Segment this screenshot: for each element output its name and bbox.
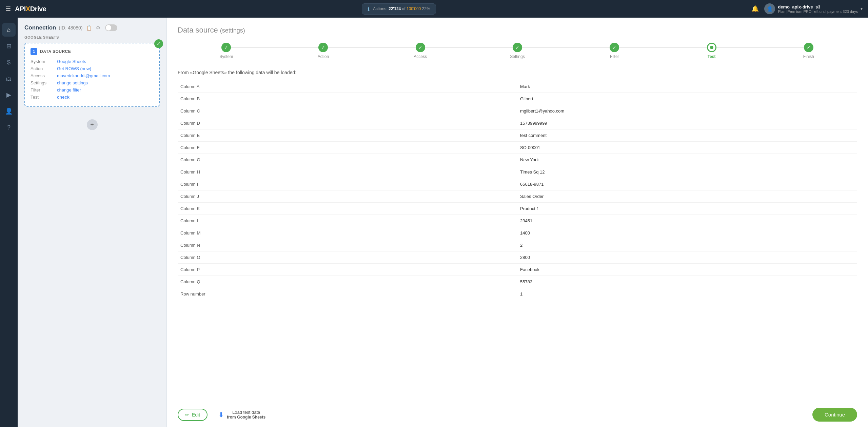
- table-cell-value: 55783: [517, 276, 857, 288]
- sidebar-item-help[interactable]: ?: [2, 121, 16, 134]
- table-row: Column N 2: [178, 239, 857, 251]
- table-cell-value: New York: [517, 154, 857, 166]
- add-connection-button[interactable]: +: [87, 119, 98, 130]
- data-source-text: From «Google Sheets» the following data …: [178, 70, 296, 75]
- sidebar-item-profile[interactable]: 👤: [2, 104, 16, 118]
- card-row-value[interactable]: change filter: [57, 87, 81, 93]
- page-title-settings: (settings): [220, 27, 245, 34]
- info-icon: ℹ: [368, 6, 370, 12]
- table-cell-column: Column E: [178, 129, 517, 142]
- step-action[interactable]: ✓Action: [275, 43, 372, 59]
- table-row: Column H Times Sq 12: [178, 166, 857, 178]
- step-label: Finish: [803, 54, 814, 59]
- step-label: Access: [414, 54, 427, 59]
- actions-total: 100'000: [407, 6, 421, 11]
- step-finish[interactable]: ✓Finish: [760, 43, 857, 59]
- left-panel: Connection (ID: 48080) 📋 ⚙ GOOGLE SHEETS…: [18, 18, 167, 427]
- load-sub: from Google Sheets: [227, 415, 265, 420]
- step-settings[interactable]: ✓Settings: [469, 43, 566, 59]
- user-info[interactable]: 👤 demo_apix-drive_s3 Plan |Premium PRO| …: [764, 3, 863, 14]
- card-row-value[interactable]: Google Sheets: [57, 59, 86, 64]
- card-title: DATA SOURCE: [40, 49, 71, 54]
- data-source-card: ✓ 1 DATA SOURCE System Google SheetsActi…: [24, 43, 160, 107]
- settings-icon[interactable]: ⚙: [95, 24, 101, 31]
- table-cell-column: Column L: [178, 215, 517, 227]
- actions-used: 22'124: [389, 6, 401, 11]
- table-row: Column E test comment: [178, 129, 857, 142]
- card-row: Action Get ROWS (new): [31, 66, 154, 71]
- step-circle-done: ✓: [416, 43, 425, 52]
- card-row: Access maverickandrii@gmail.com: [31, 73, 154, 78]
- step-circle-done: ✓: [513, 43, 522, 52]
- sidebar-item-tutorials[interactable]: ▶: [2, 88, 16, 102]
- actions-of: of: [402, 6, 407, 11]
- table-cell-value: 15739999999: [517, 117, 857, 129]
- table-row: Column D 15739999999: [178, 117, 857, 129]
- table-row: Column K Product 1: [178, 203, 857, 215]
- card-row: Filter change filter: [31, 87, 154, 93]
- step-label: System: [219, 54, 233, 59]
- step-label: Test: [708, 54, 716, 59]
- bell-icon[interactable]: 🔔: [751, 5, 759, 13]
- actions-pct: 22%: [422, 6, 430, 11]
- table-cell-value: Product 1: [517, 203, 857, 215]
- copy-icon[interactable]: 📋: [85, 24, 93, 31]
- table-row: Column C mgilbert1@yahoo.com: [178, 105, 857, 117]
- step-circle-done: ✓: [804, 43, 813, 52]
- step-circle-done: ✓: [610, 43, 619, 52]
- card-row-value[interactable]: change settings: [57, 80, 88, 85]
- sidebar-item-billing[interactable]: $: [2, 56, 16, 69]
- actions-text: Actions: 22'124 of 100'000 22%: [373, 6, 430, 11]
- sidebar-item-home[interactable]: ⌂: [2, 23, 16, 37]
- table-cell-value: 1400: [517, 227, 857, 239]
- step-system[interactable]: ✓System: [178, 43, 275, 59]
- card-number: 1: [31, 48, 37, 55]
- stepper: ✓System✓Action✓Access✓Settings✓FilterTes…: [178, 43, 857, 59]
- card-check-icon: ✓: [154, 39, 163, 48]
- right-panel-wrapper: Data source (settings) ✓System✓Action✓Ac…: [167, 18, 868, 427]
- table-row: Column M 1400: [178, 227, 857, 239]
- step-circle-done: ✓: [318, 43, 328, 52]
- connection-id: (ID: 48080): [59, 25, 83, 30]
- bottom-bar: ✏ Edit ⬇ Load test data from Google Shee…: [167, 402, 868, 427]
- card-row-value[interactable]: maverickandrii@gmail.com: [57, 73, 110, 78]
- card-row-value[interactable]: check: [57, 95, 70, 100]
- load-test-data-button[interactable]: ⬇ Load test data from Google Sheets: [218, 410, 265, 420]
- table-row: Column I 65618-9871: [178, 178, 857, 190]
- table-cell-value: 65618-9871: [517, 178, 857, 190]
- card-row-value[interactable]: Get ROWS (new): [57, 66, 91, 71]
- step-filter[interactable]: ✓Filter: [566, 43, 663, 59]
- sidebar-item-connections[interactable]: ⊞: [2, 39, 16, 53]
- step-circle-active: [707, 43, 716, 52]
- step-access[interactable]: ✓Access: [372, 43, 469, 59]
- sidebar: ⌂ ⊞ $ 🗂 ▶ 👤 ?: [0, 18, 18, 427]
- table-row: Column B Gilbert: [178, 93, 857, 105]
- user-name: demo_apix-drive_s3: [778, 4, 858, 9]
- table-cell-value: Sales Order: [517, 190, 857, 203]
- table-row: Column P Facebook: [178, 264, 857, 276]
- step-test[interactable]: Test: [663, 43, 760, 59]
- table-cell-value: Times Sq 12: [517, 166, 857, 178]
- connection-toggle[interactable]: [105, 24, 117, 31]
- table-row: Column F SO-00001: [178, 142, 857, 154]
- card-row-label: Filter: [31, 87, 54, 93]
- page-title-main: Data source: [178, 26, 218, 34]
- card-row: Test check: [31, 95, 154, 100]
- menu-icon[interactable]: ☰: [5, 5, 11, 13]
- edit-button[interactable]: ✏ Edit: [178, 409, 208, 421]
- sidebar-item-templates[interactable]: 🗂: [2, 72, 16, 85]
- table-cell-column: Row number: [178, 288, 517, 300]
- data-table: Column A MarkColumn B GilbertColumn C mg…: [178, 81, 857, 300]
- table-cell-column: Column F: [178, 142, 517, 154]
- continue-button[interactable]: Continue: [812, 408, 857, 422]
- connection-header: Connection (ID: 48080) 📋 ⚙: [24, 24, 160, 31]
- step-circle-done: ✓: [221, 43, 231, 52]
- logo-api: API: [15, 5, 26, 13]
- user-details: demo_apix-drive_s3 Plan |Premium PRO| le…: [778, 4, 858, 14]
- table-cell-value: 23451: [517, 215, 857, 227]
- table-cell-value: Mark: [517, 81, 857, 93]
- logo-drive: Drive: [30, 5, 46, 13]
- step-label: Action: [318, 54, 329, 59]
- main-wrapper: Connection (ID: 48080) 📋 ⚙ GOOGLE SHEETS…: [18, 18, 868, 427]
- card-row-label: System: [31, 59, 54, 64]
